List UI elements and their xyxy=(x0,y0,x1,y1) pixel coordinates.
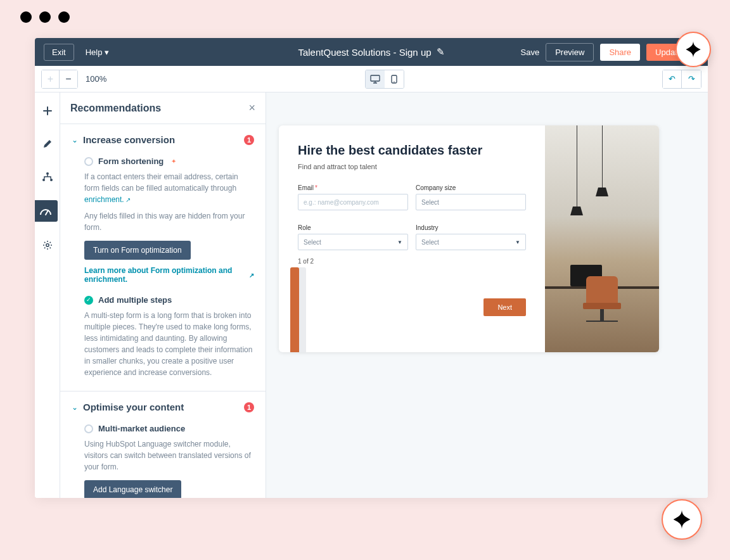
item-header: Multi-market audience xyxy=(84,424,254,433)
svg-point-2 xyxy=(394,81,394,82)
section-optimise: ⌄ Optimise your content 1 Multi-market a… xyxy=(60,391,266,498)
optimize-tool[interactable] xyxy=(35,200,58,222)
role-select[interactable]: Select ▼ xyxy=(298,234,408,250)
field-email: Email* xyxy=(298,184,408,210)
notification-badge: 1 xyxy=(244,135,254,145)
item-title: Form shortening xyxy=(98,156,163,166)
browser-traffic-lights xyxy=(0,0,730,34)
edit-tool[interactable] xyxy=(38,134,57,153)
turn-on-optimization-button[interactable]: Turn on Form optimization xyxy=(84,241,191,260)
preview-button[interactable]: Preview xyxy=(546,43,594,61)
svg-rect-0 xyxy=(371,75,380,81)
zoom-out-button[interactable]: − xyxy=(60,70,77,88)
chevron-down-icon: ▾ xyxy=(105,48,109,57)
select-value: Select xyxy=(304,239,321,246)
item-title: Add multiple steps xyxy=(98,295,172,305)
link-text: enrichment. xyxy=(84,195,124,204)
role-label: Role xyxy=(298,224,408,231)
desktop-view-button[interactable] xyxy=(366,70,385,88)
svg-point-5 xyxy=(50,179,53,181)
lamp-decoration xyxy=(602,125,603,195)
learn-more-link[interactable]: Learn more about Form optimization and e… xyxy=(84,266,254,284)
sparkle-icon xyxy=(684,41,702,58)
edit-icon[interactable]: ✎ xyxy=(437,46,445,58)
gear-icon xyxy=(42,240,53,250)
company-size-select[interactable]: Select xyxy=(416,194,526,210)
settings-tool[interactable] xyxy=(38,236,57,255)
sparkle-icon xyxy=(672,509,692,530)
close-panel-button[interactable]: × xyxy=(248,101,255,115)
section-title: Increase conversion xyxy=(83,134,239,145)
lamp-decoration xyxy=(577,125,577,214)
learn-text: Learn more about Form optimization and e… xyxy=(84,266,245,284)
svg-point-6 xyxy=(46,244,48,246)
form-content: Hire the best candidates faster Find and… xyxy=(279,125,545,352)
unchecked-icon xyxy=(84,157,93,166)
share-button[interactable]: Share xyxy=(600,44,640,61)
section-title: Optimise your content xyxy=(83,402,239,412)
item-description: If a contact enters their email address,… xyxy=(84,171,254,205)
chevron-down-icon: ⌄ xyxy=(72,403,78,412)
chair-decoration xyxy=(580,276,624,327)
section-conversion-header[interactable]: ⌄ Increase conversion 1 xyxy=(72,134,254,145)
progress-bar xyxy=(290,267,306,352)
field-company-size: Company size Select xyxy=(416,184,526,210)
undo-button[interactable]: ↶ xyxy=(663,70,682,88)
item-title: Multi-market audience xyxy=(98,424,185,433)
item-description: A multi-step form is a long form that is… xyxy=(84,310,254,378)
ai-assistant-button-bottom[interactable] xyxy=(662,499,702,540)
email-input[interactable] xyxy=(298,194,408,210)
section-optimise-header[interactable]: ⌄ Optimise your content 1 xyxy=(72,402,254,412)
exit-button[interactable]: Exit xyxy=(44,44,74,61)
add-tool[interactable] xyxy=(38,101,57,120)
field-role: Role Select ▼ xyxy=(298,224,408,250)
device-toggle xyxy=(365,70,404,89)
chevron-down-icon: ▼ xyxy=(397,239,402,245)
form-heading: Hire the best candidates faster xyxy=(298,143,526,158)
form-footer: 1 of 2 Next xyxy=(298,250,526,352)
pencil-icon xyxy=(42,139,53,149)
progress-fill xyxy=(290,267,299,352)
structure-tool[interactable] xyxy=(38,167,57,186)
next-button[interactable]: Next xyxy=(483,298,526,316)
item-description: Using HubSpot Language switcher module, … xyxy=(84,438,254,473)
field-row-1: Email* Company size Select xyxy=(298,184,526,210)
help-label: Help xyxy=(86,48,103,57)
zoom-stepper: + − xyxy=(41,70,78,89)
form-hero-image xyxy=(545,125,659,352)
ai-assistant-button-top[interactable] xyxy=(676,32,711,67)
company-size-label: Company size xyxy=(416,184,526,191)
canvas[interactable]: Hire the best candidates faster Find and… xyxy=(266,92,708,498)
item-text: If a contact enters their email address,… xyxy=(84,172,238,193)
mobile-view-button[interactable] xyxy=(385,70,404,88)
plus-icon xyxy=(42,106,53,116)
redo-button[interactable]: ↷ xyxy=(682,70,701,88)
undo-redo-group: ↶ ↷ xyxy=(662,70,701,89)
external-link-icon: ↗ xyxy=(125,196,131,203)
required-indicator: * xyxy=(315,184,317,191)
item-header: Form shortening ✦ xyxy=(84,156,254,166)
panel-header: Recommendations × xyxy=(60,92,266,124)
enrichment-link[interactable]: enrichment.↗ xyxy=(84,195,131,204)
page-title-text: TalentQuest Solutions - Sign up xyxy=(298,47,431,58)
gauge-icon xyxy=(39,206,52,216)
desktop-icon xyxy=(370,75,380,84)
top-actions: Save Preview Share Update ▾ xyxy=(520,43,699,61)
label-text: Email xyxy=(298,184,314,191)
left-rail xyxy=(35,92,60,498)
field-industry: Industry Select ▼ xyxy=(416,224,526,250)
help-menu[interactable]: Help ▾ xyxy=(86,48,110,57)
sitemap-icon xyxy=(42,172,53,182)
save-button[interactable]: Save xyxy=(520,48,539,57)
item-form-shortening: Form shortening ✦ If a contact enters th… xyxy=(84,156,254,284)
zoom-in-button[interactable]: + xyxy=(42,70,60,88)
add-language-switcher-button[interactable]: Add Language switcher xyxy=(84,480,181,498)
industry-select[interactable]: Select ▼ xyxy=(416,234,526,250)
svg-point-4 xyxy=(42,179,45,181)
page-title: TalentQuest Solutions - Sign up ✎ xyxy=(298,46,444,58)
item-header: Add multiple steps xyxy=(84,295,254,305)
top-bar: Exit Help ▾ TalentQuest Solutions - Sign… xyxy=(35,38,708,66)
check-icon xyxy=(84,296,93,305)
notification-badge: 1 xyxy=(244,402,254,412)
main-area: Recommendations × ⌄ Increase conversion … xyxy=(35,92,708,498)
